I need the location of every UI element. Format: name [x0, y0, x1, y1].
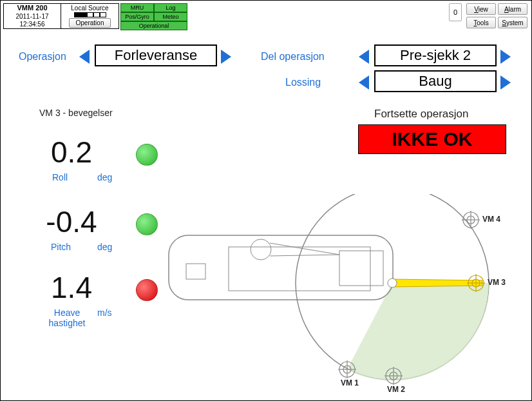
operation-prev-arrow[interactable]	[79, 50, 90, 64]
continue-label: Fortsette operasjon	[374, 108, 468, 121]
operation-value-box[interactable]: Forleveranse	[95, 44, 217, 66]
pitch-row: -0.4 Pitch deg	[33, 204, 155, 239]
svg-rect-5	[186, 264, 205, 279]
svg-rect-3	[229, 247, 370, 291]
movements-title: VM 3 - bevegelser	[39, 108, 113, 118]
svg-line-7	[270, 243, 339, 255]
sub-operation-label: Del operasjon	[261, 51, 325, 63]
source-signal-bars	[74, 12, 106, 17]
operation-next-arrow[interactable]	[221, 50, 231, 64]
status-operational[interactable]: Operational	[120, 21, 187, 30]
vessel-diagram: VM 1VM 2VM 3VM 4	[167, 194, 515, 387]
continue-status-box: IKKE OK	[358, 124, 506, 154]
view-button[interactable]: View	[466, 3, 496, 15]
lossing-label: Lossing	[285, 77, 321, 88]
app-info-box: VMM 200 2011-11-17 12:34:56	[3, 3, 61, 29]
roll-label: Roll	[52, 172, 68, 182]
tools-button[interactable]: Tools	[466, 17, 496, 28]
status-log[interactable]: Log	[154, 3, 187, 12]
app-date: 2011-11-17	[15, 13, 48, 21]
heave-row: 1.4 Heave hastighet m/s	[33, 270, 155, 305]
lossing-prev-arrow[interactable]	[359, 75, 369, 90]
pitch-status-led	[136, 213, 158, 235]
svg-rect-4	[339, 251, 383, 286]
vm-node-label: VM 4	[482, 215, 500, 224]
operation-label: Operasjon	[19, 51, 66, 63]
source-label: Local Source	[71, 5, 108, 12]
status-posgyro[interactable]: Pos/Gyro	[120, 12, 154, 21]
status-meteo[interactable]: Meteo	[154, 12, 187, 21]
sub-operation-value-box[interactable]: Pre-sjekk 2	[374, 44, 497, 66]
app-title: VMM 200	[17, 4, 47, 12]
roll-row: 0.2 Roll deg	[33, 135, 155, 170]
top-right-buttons: View Alarm Tools System	[466, 3, 527, 28]
heave-label: Heave hastighet	[44, 308, 90, 328]
pitch-value: -0.4	[33, 204, 110, 239]
system-button[interactable]: System	[498, 17, 527, 28]
svg-point-6	[251, 239, 271, 260]
heave-status-led	[136, 279, 158, 301]
roll-value: 0.2	[33, 135, 110, 170]
lossing-value-box[interactable]: Baug	[374, 70, 497, 92]
pitch-unit: deg	[97, 242, 112, 252]
vm-node-label: VM 3	[488, 278, 506, 287]
lossing-next-arrow[interactable]	[500, 75, 511, 90]
svg-line-8	[270, 255, 339, 256]
pitch-label: Pitch	[51, 242, 71, 252]
alarm-count: 0	[449, 3, 462, 21]
heave-value: 1.4	[33, 270, 110, 305]
roll-status-led	[136, 144, 158, 166]
status-grid: MRU Log Pos/Gyro Meteo Operational	[120, 3, 187, 29]
roll-unit: deg	[97, 172, 112, 182]
svg-point-9	[388, 279, 397, 288]
heave-unit: m/s	[97, 308, 112, 318]
sub-operation-prev-arrow[interactable]	[359, 50, 369, 64]
source-box: Local Source Operation	[61, 3, 119, 29]
sub-operation-next-arrow[interactable]	[500, 50, 511, 64]
operation-button[interactable]: Operation	[69, 18, 111, 28]
vm-node-label: VM 2	[387, 385, 405, 394]
alarm-button[interactable]: Alarm	[498, 3, 527, 15]
vm-node-label: VM 1	[341, 378, 359, 387]
status-mru[interactable]: MRU	[120, 3, 154, 12]
app-time: 12:34:56	[20, 21, 45, 28]
